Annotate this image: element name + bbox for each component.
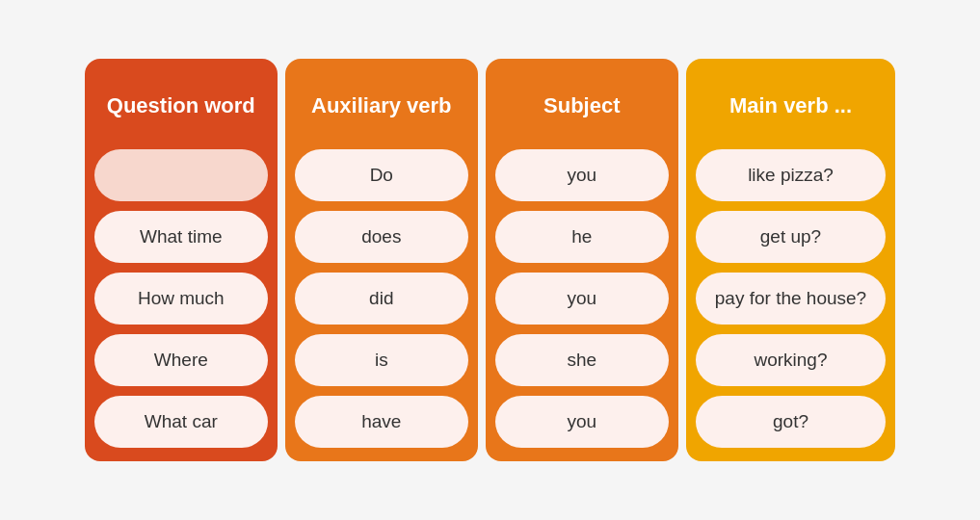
header-auxiliary-verb: Auxiliary verb [295, 72, 468, 140]
cell-m1: get up? [696, 211, 886, 263]
column-subject: Subjectyouheyousheyou [486, 59, 678, 461]
cell-m2: pay for the house? [696, 273, 886, 325]
cell-a0: Do [295, 149, 468, 201]
cell-s4: you [495, 396, 669, 448]
cell-a3: is [295, 334, 468, 386]
cell-q3: Where [94, 334, 268, 386]
cell-s2: you [495, 273, 669, 325]
cell-m3: working? [696, 334, 886, 386]
grammar-table: Question wordWhat timeHow muchWhereWhat … [69, 43, 911, 477]
cell-q0 [94, 149, 268, 201]
column-question-word: Question wordWhat timeHow muchWhereWhat … [85, 59, 278, 461]
cell-s1: he [495, 211, 669, 263]
column-auxiliary-verb: Auxiliary verbDodoesdidishave [285, 59, 478, 461]
cell-q1: What time [94, 211, 268, 263]
cell-s0: you [495, 149, 669, 201]
cell-s3: she [495, 334, 669, 386]
column-main-verb: Main verb ...like pizza?get up?pay for t… [686, 59, 895, 461]
header-main-verb: Main verb ... [696, 72, 886, 140]
cell-a4: have [295, 396, 468, 448]
header-question-word: Question word [94, 72, 268, 140]
cell-a2: did [295, 273, 468, 325]
cell-q2: How much [94, 273, 268, 325]
header-subject: Subject [495, 72, 669, 140]
cell-m0: like pizza? [696, 149, 886, 201]
cell-q4: What car [94, 396, 268, 448]
cell-a1: does [295, 211, 468, 263]
cell-m4: got? [696, 396, 886, 448]
